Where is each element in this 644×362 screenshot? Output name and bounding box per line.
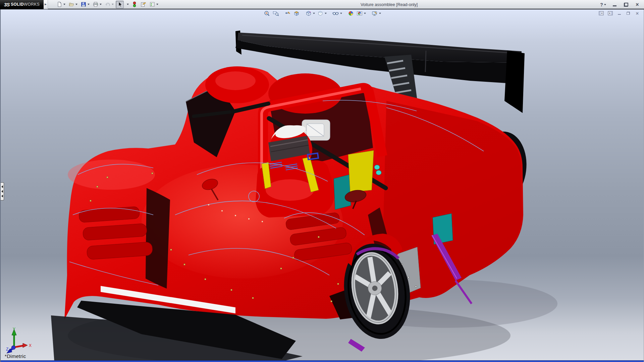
- select-dropdown-button[interactable]: [125, 1, 130, 8]
- dropdown-caret: [63, 4, 65, 5]
- restore-button[interactable]: [623, 1, 629, 8]
- print-icon: [93, 1, 99, 7]
- dropdown-caret: [156, 4, 158, 5]
- solidworks-logo: 3S SOLIDWORKS: [0, 0, 44, 9]
- pane-toggle-left-button[interactable]: [598, 10, 604, 16]
- dropdown-caret: [127, 4, 129, 5]
- file-properties-button[interactable]: [139, 1, 147, 8]
- view-settings-button[interactable]: [371, 10, 382, 17]
- save-button[interactable]: [79, 1, 91, 8]
- heads-up-view-toolbar: [263, 10, 382, 17]
- close-icon: ×: [636, 11, 639, 16]
- new-button[interactable]: [55, 1, 66, 8]
- zoom-to-area-button[interactable]: [272, 10, 280, 17]
- hide-show-items-button[interactable]: [331, 10, 343, 17]
- chevron-left-icon: [1, 185, 3, 188]
- apply-scene-button[interactable]: [356, 10, 367, 17]
- dropdown-caret: [379, 13, 381, 14]
- undo-icon: [105, 1, 111, 7]
- select-button[interactable]: [116, 1, 124, 8]
- edit-appearance-icon: [347, 10, 354, 16]
- close-button[interactable]: ×: [634, 1, 641, 8]
- section-view-icon: [293, 10, 300, 16]
- logo-wordmark: SOLIDWORKS: [11, 2, 40, 7]
- doc-close-button[interactable]: ×: [634, 10, 640, 16]
- window-controls: ? ×: [600, 0, 641, 9]
- previous-view-button[interactable]: [284, 10, 292, 17]
- dropdown-caret: [325, 13, 327, 14]
- section-view-button[interactable]: [292, 10, 301, 17]
- zoom-to-fit-button[interactable]: [263, 10, 271, 17]
- options-button[interactable]: [148, 1, 159, 8]
- minimize-icon: [618, 14, 621, 15]
- coordinate-triad: Y X Z: [3, 326, 34, 355]
- window-bottom-edge: [1, 360, 644, 362]
- restore-icon: [627, 12, 630, 15]
- help-icon: ?: [600, 2, 603, 7]
- triad-y-label: Y: [13, 327, 15, 331]
- view-orientation-button[interactable]: [305, 10, 316, 17]
- rebuild-button[interactable]: [131, 1, 138, 8]
- open-button[interactable]: [67, 1, 78, 8]
- edit-appearance-button[interactable]: [347, 10, 355, 17]
- dropdown-caret: [112, 4, 114, 5]
- document-title: Voiture assomblee [Read-only]: [361, 0, 418, 9]
- triad-x-label: X: [29, 343, 32, 348]
- dropdown-caret: [75, 4, 77, 5]
- close-icon: ×: [636, 2, 639, 7]
- minimize-icon: [613, 5, 616, 6]
- new-document-icon: [56, 1, 62, 7]
- view-settings-icon: [371, 10, 378, 16]
- previous-view-icon: [284, 10, 291, 16]
- view-orientation-label: *Dimetric: [5, 353, 26, 359]
- help-button[interactable]: ?: [600, 1, 606, 8]
- chevron-left-icon: [1, 195, 3, 197]
- menu-expand-button[interactable]: ▶: [44, 0, 48, 9]
- 3d-model-race-car: [1, 9, 644, 362]
- dropdown-caret: [364, 13, 366, 14]
- solidworks-window: 3S SOLIDWORKS ▶: [0, 0, 644, 362]
- document-window-controls: ×: [598, 10, 640, 16]
- print-button[interactable]: [92, 1, 103, 8]
- feature-pane-flyout-tab[interactable]: [1, 182, 4, 200]
- dropdown-caret: [313, 13, 315, 14]
- doc-restore-button[interactable]: [625, 10, 631, 16]
- select-cursor-icon: [117, 1, 123, 7]
- minimize-button[interactable]: [611, 1, 618, 8]
- pane-collapse-left-icon: [599, 11, 604, 15]
- undo-button[interactable]: [104, 1, 115, 8]
- save-icon: [80, 1, 87, 7]
- display-style-button[interactable]: [316, 10, 327, 17]
- graphics-viewport[interactable]: × Y X Z *Dimetric: [0, 9, 644, 362]
- rebuild-traffic-light-icon: [132, 1, 137, 7]
- dropdown-caret: [100, 4, 102, 5]
- zoom-to-area-icon: [272, 10, 279, 16]
- zoom-to-fit-icon: [264, 10, 270, 16]
- options-icon: [149, 1, 155, 7]
- doc-minimize-button[interactable]: [616, 10, 622, 16]
- view-orientation-icon: [305, 10, 312, 16]
- pane-expand-right-icon: [608, 11, 613, 15]
- file-properties-icon: [140, 1, 146, 7]
- display-style-icon: [317, 10, 324, 16]
- chevron-left-icon: [1, 190, 3, 193]
- dropdown-caret: [88, 4, 90, 5]
- logo-3s-mark: 3S: [4, 2, 9, 7]
- open-folder-icon: [68, 1, 74, 7]
- apply-scene-icon: [356, 10, 363, 16]
- triad-z-label: Z: [6, 347, 8, 352]
- dropdown-caret: [604, 4, 606, 5]
- title-bar: 3S SOLIDWORKS ▶: [0, 0, 644, 9]
- menu-bar-toolbar: [48, 0, 159, 9]
- pane-toggle-right-button[interactable]: [607, 10, 613, 16]
- menu-expand-arrow-icon: ▶: [45, 3, 46, 6]
- restore-icon: [624, 3, 628, 6]
- hide-show-items-icon: [332, 10, 339, 16]
- dropdown-caret: [340, 13, 342, 14]
